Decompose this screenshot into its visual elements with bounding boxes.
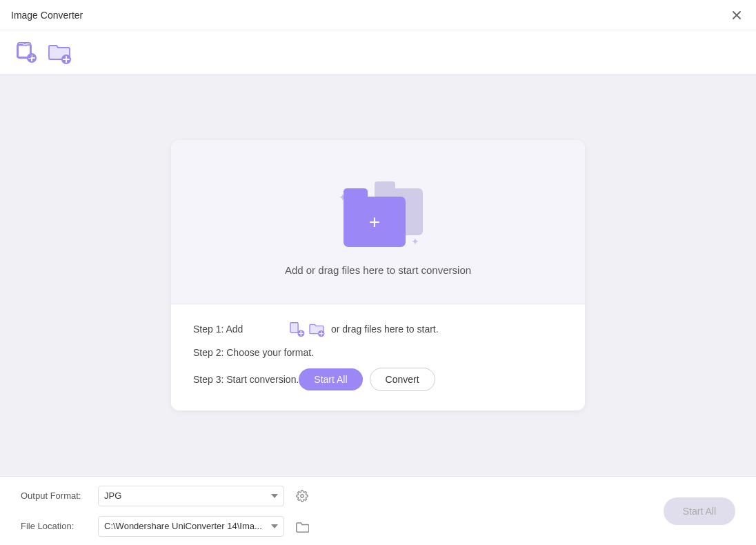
output-format-row: Output Format: JPG PNG BMP TIFF GIF WEBP (21, 486, 664, 506)
start-all-button[interactable]: Start All (299, 368, 362, 390)
output-format-label: Output Format: (21, 490, 90, 501)
toolbar (0, 30, 756, 75)
step-add-file-icon (288, 321, 305, 337)
add-folder-icon (47, 40, 72, 65)
close-icon (733, 11, 741, 19)
step-3-row: Step 3: Start conversion. Start All Conv… (193, 368, 563, 391)
folder-main: + (344, 188, 406, 247)
browse-folder-icon (295, 520, 309, 533)
drop-zone-instruction: Add or drag files here to start conversi… (285, 264, 471, 276)
close-button[interactable] (728, 7, 745, 23)
step-1-label: Step 1: Add (193, 324, 283, 335)
step-1-icons (288, 321, 326, 337)
steps-section: Step 1: Add (171, 304, 585, 410)
file-location-select[interactable]: C:\Wondershare UniConverter 14\Ima... (98, 516, 284, 537)
format-settings-button[interactable] (292, 486, 312, 506)
title-bar-left: Image Converter (11, 10, 83, 21)
file-location-browse-button[interactable] (292, 517, 312, 536)
bottom-fields: Output Format: JPG PNG BMP TIFF GIF WEBP… (21, 486, 664, 537)
step-1-suffix: or drag files here to start. (331, 324, 439, 335)
sparkle-icon-right: ✦ (411, 236, 419, 247)
step-add-folder-icon (308, 321, 326, 337)
start-all-bottom-button[interactable]: Start All (664, 497, 735, 525)
settings-icon (296, 490, 308, 502)
step-1-row: Step 1: Add (193, 321, 563, 337)
window-title: Image Converter (11, 10, 83, 21)
step-3-label: Step 3: Start conversion. (193, 374, 299, 385)
drop-zone-card[interactable]: ✦ + ✦ Add or drag files here to start co… (171, 140, 585, 410)
title-bar: Image Converter (0, 0, 756, 30)
bottom-bar: Output Format: JPG PNG BMP TIFF GIF WEBP… (0, 476, 756, 545)
folder-illustration: ✦ + ✦ (333, 175, 423, 250)
step-2-row: Step 2: Choose your format. (193, 347, 563, 358)
file-location-label: File Location: (21, 521, 90, 531)
convert-button[interactable]: Convert (370, 368, 435, 391)
drop-zone-upper[interactable]: ✦ + ✦ Add or drag files here to start co… (171, 140, 585, 304)
main-content: ✦ + ✦ Add or drag files here to start co… (0, 75, 756, 476)
svg-rect-11 (290, 323, 298, 333)
svg-point-18 (301, 494, 304, 497)
file-location-row: File Location: C:\Wondershare UniConvert… (21, 516, 664, 537)
add-folder-button[interactable] (47, 40, 72, 65)
step-2-label: Step 2: Choose your format. (193, 347, 314, 358)
output-format-select[interactable]: JPG PNG BMP TIFF GIF WEBP (98, 486, 284, 506)
add-file-button[interactable] (14, 40, 39, 65)
folder-plus-icon: + (369, 212, 380, 232)
add-file-icon (14, 41, 38, 64)
folder-main-body: + (344, 197, 406, 247)
